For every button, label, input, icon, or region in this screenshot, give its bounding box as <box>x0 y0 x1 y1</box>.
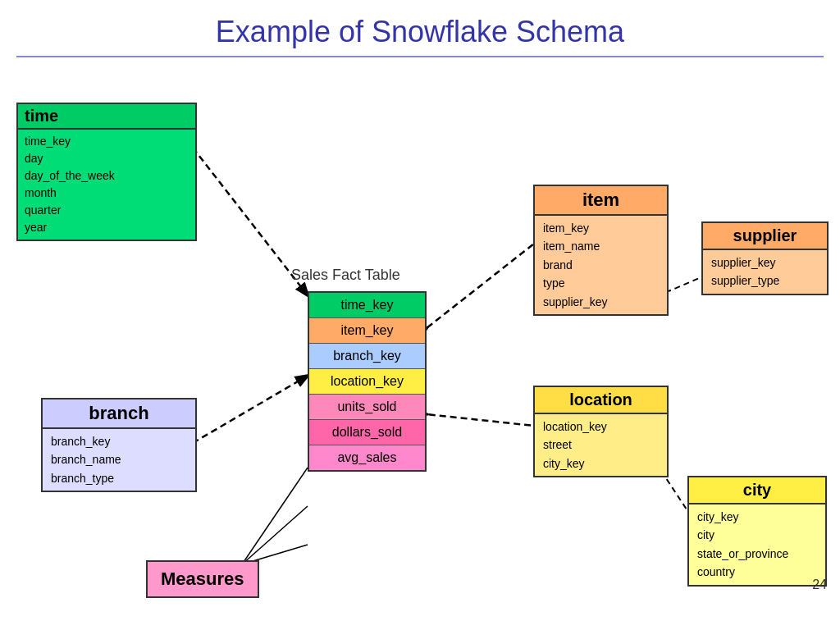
svg-line-3 <box>193 376 308 443</box>
location-dimension-box: location location_key street city_key <box>533 386 669 477</box>
city-field-1: city_key <box>697 508 817 526</box>
city-dimension-box: city city_key city state_or_province cou… <box>687 476 827 587</box>
supplier-field-2: supplier_type <box>711 272 819 290</box>
fact-row-branch-key: branch_key <box>309 344 425 369</box>
diagram-area: time time_key day day_of_the_week month … <box>0 57 840 599</box>
city-field-2: city <box>697 526 817 544</box>
branch-field-3: branch_type <box>51 469 187 487</box>
svg-line-0 <box>193 148 308 295</box>
item-body: item_key item_name brand type supplier_k… <box>535 216 667 314</box>
item-field-3: brand <box>543 256 659 274</box>
location-field-3: city_key <box>543 454 659 472</box>
location-body: location_key street city_key <box>535 414 667 476</box>
time-field-3: day_of_the_week <box>25 167 189 185</box>
branch-header: branch <box>43 399 195 429</box>
location-field-1: location_key <box>543 418 659 436</box>
item-field-4: type <box>543 274 659 292</box>
time-field-5: quarter <box>25 202 189 219</box>
location-header: location <box>535 387 667 414</box>
time-dimension-box: time time_key day day_of_the_week month … <box>16 103 197 241</box>
measures-box: Measures <box>146 560 259 598</box>
branch-field-1: branch_key <box>51 432 187 450</box>
time-body: time_key day day_of_the_week month quart… <box>18 130 195 240</box>
svg-line-6 <box>242 468 308 564</box>
city-field-4: country <box>697 563 817 581</box>
time-field-6: year <box>25 219 189 236</box>
fact-row-time-key: time_key <box>309 293 425 318</box>
supplier-dimension-box: supplier supplier_key supplier_type <box>701 221 829 295</box>
supplier-field-1: supplier_key <box>711 253 819 272</box>
time-header: time <box>18 104 195 130</box>
fact-row-dollars-sold: dollars_sold <box>309 420 425 445</box>
svg-line-4 <box>427 414 541 427</box>
branch-field-2: branch_name <box>51 450 187 468</box>
page-number: 24 <box>812 578 827 592</box>
fact-row-location-key: location_key <box>309 369 425 395</box>
location-field-2: street <box>543 436 659 454</box>
city-header: city <box>689 477 825 504</box>
time-field-2: day <box>25 150 189 167</box>
item-field-5: supplier_key <box>543 293 659 311</box>
item-dimension-box: item item_key item_name brand type suppl… <box>533 185 669 316</box>
fact-row-avg-sales: avg_sales <box>309 445 425 470</box>
supplier-body: supplier_key supplier_type <box>703 250 827 294</box>
fact-table-label: Sales Fact Table <box>291 267 400 284</box>
item-field-1: item_key <box>543 219 659 237</box>
time-field-4: month <box>25 185 189 202</box>
page-title: Example of Snowflake Schema <box>0 0 840 56</box>
branch-dimension-box: branch branch_key branch_name branch_typ… <box>41 398 197 492</box>
fact-table: time_key item_key branch_key location_ke… <box>308 291 427 472</box>
time-field-1: time_key <box>25 133 189 150</box>
fact-row-item-key: item_key <box>309 318 425 344</box>
supplier-header: supplier <box>703 223 827 250</box>
svg-line-1 <box>427 238 541 328</box>
branch-body: branch_key branch_name branch_type <box>43 429 195 491</box>
svg-line-7 <box>242 506 308 564</box>
city-field-3: state_or_province <box>697 545 817 563</box>
city-body: city_key city state_or_province country <box>689 504 825 585</box>
item-header: item <box>535 186 667 216</box>
item-field-2: item_name <box>543 237 659 255</box>
measures-label: Measures <box>161 568 244 589</box>
fact-row-units-sold: units_sold <box>309 395 425 420</box>
